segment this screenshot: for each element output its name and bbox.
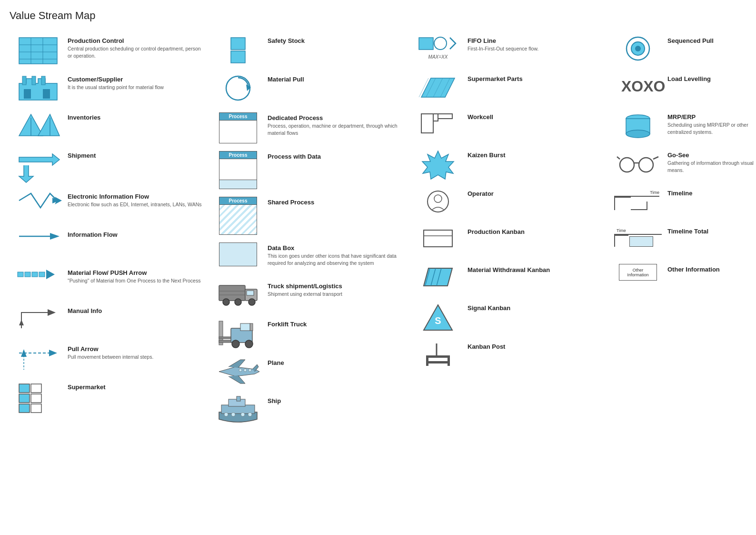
svg-point-102 [626, 130, 650, 138]
svg-marker-27 [48, 309, 56, 316]
manual-info-text: Manual Info [68, 305, 205, 315]
shared-process-body [219, 205, 257, 234]
supermarket-parts-icon [414, 73, 462, 102]
vsm-grid: Production Control Central production sc… [10, 31, 746, 430]
fifo-line-icon: MAX=XX [414, 35, 462, 60]
svg-rect-40 [231, 38, 245, 50]
manual-info-title: Manual Info [68, 307, 205, 314]
timeline-total-label: Time [617, 228, 662, 233]
data-box-text: Data Box This icon goes under other icon… [268, 242, 405, 266]
material-withdrawal-kanban-icon [414, 264, 462, 291]
plane-title: Plane [268, 359, 405, 366]
workcell-icon [414, 111, 462, 138]
production-kanban-icon [414, 226, 462, 250]
fifo-line-desc: First-In-First-Out sequence flow. [468, 45, 605, 52]
svg-rect-22 [18, 272, 23, 277]
mrp-erp-text: MRP/ERP Scheduling using MRP/ERP or othe… [667, 111, 756, 135]
safety-stock-icon [214, 35, 262, 66]
dedicated-process-text: Dedicated Process Process, operation, ma… [268, 112, 405, 136]
svg-rect-25 [39, 272, 45, 277]
list-item: Go-See Gathering of information through … [609, 146, 756, 184]
svg-rect-39 [31, 404, 41, 413]
svg-marker-21 [50, 233, 60, 240]
svg-rect-94 [448, 355, 450, 366]
material-pull-title: Material Pull [268, 76, 405, 83]
svg-rect-91 [426, 355, 450, 358]
shared-process-title: Shared Process [268, 199, 405, 206]
go-see-desc: Gathering of information through visual … [667, 160, 756, 173]
svg-marker-17 [19, 154, 60, 165]
svg-rect-34 [19, 384, 30, 393]
timeline-icon: Time [614, 188, 662, 210]
svg-point-82 [434, 195, 442, 202]
material-flow-push-title: Material Flow/ PUSH Arrow [68, 269, 205, 276]
truck-shipment-icon [214, 281, 262, 307]
list-item: Operator [409, 184, 609, 222]
pull-arrow-title: Pull Arrow [68, 345, 205, 353]
process-data-footer [219, 180, 257, 189]
svg-rect-92 [426, 361, 450, 363]
list-item: Manual Info [10, 302, 209, 340]
page-title: Value Stream Map [10, 10, 746, 22]
data-box-shape [219, 242, 257, 266]
svg-point-67 [231, 413, 235, 416]
svg-point-103 [620, 158, 634, 172]
svg-marker-29 [19, 320, 24, 325]
timeline-total-icon: Time [614, 226, 662, 247]
timeline-title: Timeline [667, 190, 756, 197]
forklift-truck-text: Forklift Truck [268, 319, 405, 329]
operator-icon [414, 188, 462, 214]
list-item: Customer/Supplier It is the usual starti… [10, 70, 209, 108]
ship-title: Ship [268, 397, 405, 404]
kaizen-burst-icon [414, 150, 462, 181]
supermarket-parts-text: Supermarket Parts [468, 73, 605, 83]
go-see-icon [614, 150, 662, 176]
mrp-erp-desc: Scheduling using MRP/ERP or other centra… [667, 121, 756, 135]
material-pull-text: Material Pull [268, 74, 405, 84]
mrp-erp-icon [614, 111, 662, 140]
svg-point-71 [434, 37, 447, 50]
timeline-text: Timeline [667, 188, 756, 198]
list-item: Workcell [409, 108, 609, 146]
fifo-line-text: FIFO Line First-In-First-Out sequence fl… [468, 35, 605, 52]
inventories-title: Inventories [68, 114, 205, 121]
svg-rect-8 [22, 76, 26, 85]
col-0: Production Control Central production sc… [10, 31, 209, 430]
list-item: Material Withdrawal Kanban [409, 261, 609, 299]
material-withdrawal-kanban-title: Material Withdrawal Kanban [468, 266, 605, 273]
svg-rect-0 [19, 38, 57, 64]
list-item: Ship [209, 392, 409, 430]
list-item: Pull Arrow Pull movement between interna… [10, 340, 209, 378]
customer-supplier-title: Customer/Supplier [68, 76, 205, 83]
shared-process-box: Process [219, 197, 257, 235]
signal-kanban-text: Signal Kanban [468, 303, 605, 313]
list-item: MAX=XX FIFO Line First-In-First-Out sequ… [409, 31, 609, 70]
truck-shipment-text: Truck shipment/Logistics Shipment using … [268, 281, 405, 298]
svg-marker-85 [424, 268, 452, 286]
electronic-info-flow-icon [14, 191, 62, 210]
fifo-max-label: MAX=XX [428, 54, 448, 60]
list-item: Electronic Information Flow Electronic f… [10, 187, 209, 225]
other-information-text: Other Information [667, 264, 756, 274]
sequenced-pull-text: Sequenced Pull [667, 35, 756, 45]
svg-marker-31 [49, 350, 57, 356]
pull-arrow-text: Pull Arrow Pull movement between interna… [68, 343, 205, 361]
list-item: Safety Stock [209, 31, 409, 70]
operator-title: Operator [468, 190, 605, 197]
ship-icon [214, 395, 262, 424]
go-see-title: Go-See [667, 151, 756, 159]
truck-shipment-desc: Shipment using external transport [268, 291, 405, 298]
svg-rect-36 [19, 404, 30, 413]
data-box-desc: This icon goes under other icons that ha… [268, 252, 405, 266]
plane-icon [214, 357, 262, 384]
svg-rect-23 [25, 272, 30, 277]
list-item: MRP/ERP Scheduling using MRP/ERP or othe… [609, 108, 756, 146]
inventories-icon [14, 112, 62, 138]
svg-rect-79 [438, 114, 452, 119]
list-item: Production Control Central production sc… [10, 31, 209, 70]
kaizen-burst-text: Kaizen Burst [468, 150, 605, 160]
production-control-title: Production Control [68, 37, 205, 44]
pull-arrow-desc: Pull movement between internal steps. [68, 353, 205, 361]
production-control-text: Production Control Central production sc… [68, 35, 205, 59]
process-box-body [219, 121, 257, 143]
